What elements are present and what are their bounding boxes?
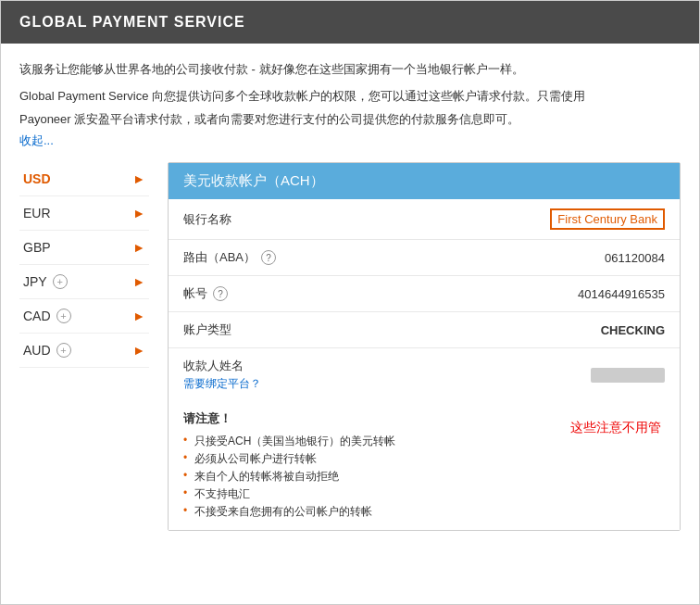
plus-icon-aud: + <box>56 343 71 358</box>
note-item-3: 不支持电汇 <box>183 485 665 503</box>
sidebar-label-gbp: GBP <box>23 240 51 255</box>
sidebar-item-eur[interactable]: EUR ► <box>19 196 149 231</box>
account-label-text: 帐号 <box>183 285 207 302</box>
notes-list: 只接受ACH（美国当地银行）的美元转帐 必须从公司帐户进行转帐 来自个人的转帐将… <box>183 433 665 521</box>
account-card-header: 美元收款帐户（ACH） <box>169 163 680 199</box>
routing-row: 路由（ABA） ? 061120084 <box>169 240 680 276</box>
account-help-icon[interactable]: ? <box>213 286 228 301</box>
collapse-link[interactable]: 收起... <box>19 132 54 149</box>
main-panel: 美元收款帐户（ACH） 银行名称 First Century Bank <box>168 162 681 531</box>
plus-icon-jpy: + <box>53 274 68 289</box>
sidebar-label-eur: EUR <box>23 206 51 221</box>
intro-line2: Global Payment Service 向您提供访问多个全球收款帐户的权限… <box>19 87 681 107</box>
account-number-value: 4014644916535 <box>424 276 680 312</box>
sidebar-label-cad: CAD + <box>23 309 71 323</box>
recipient-row: 收款人姓名 需要绑定平台？ <box>169 348 680 402</box>
arrow-icon-jpy: ► <box>132 274 145 289</box>
account-number-label-cell: 帐号 ? <box>169 276 424 312</box>
page-wrapper: GLOBAL PAYMENT SERVICE 该服务让您能够从世界各地的公司接收… <box>0 0 700 605</box>
sidebar-item-jpy[interactable]: JPY + ► <box>19 265 149 299</box>
notes-section: 请注意！ 只接受ACH（美国当地银行）的美元转帐 必须从公司帐户进行转帐 来自个… <box>169 401 680 530</box>
sidebar-label-jpy: JPY + <box>23 274 68 289</box>
account-type-value: CHECKING <box>424 312 680 348</box>
bind-platform-link[interactable]: 需要绑定平台？ <box>183 377 261 390</box>
recipient-label-cell: 收款人姓名 需要绑定平台？ <box>169 348 424 402</box>
sidebar-item-aud[interactable]: AUD + ► <box>19 334 149 368</box>
recipient-value-cell <box>424 348 680 402</box>
recipient-value-placeholder <box>591 368 665 383</box>
recipient-label-text: 收款人姓名 <box>183 358 409 374</box>
arrow-icon-usd: ► <box>132 171 145 186</box>
note-item-4: 不接受来自您拥有的公司帐户的转帐 <box>183 503 665 521</box>
sidebar-item-usd[interactable]: USD ► <box>19 162 149 196</box>
page-content: 该服务让您能够从世界各地的公司接收付款 - 就好像您在这些国家拥有一个当地银行帐… <box>1 44 699 548</box>
bank-name-label: 银行名称 <box>169 199 424 240</box>
account-table: 银行名称 First Century Bank 路由（ABA） <box>169 199 680 401</box>
page-title: GLOBAL PAYMENT SERVICE <box>19 14 245 30</box>
sidebar: USD ► EUR ► GBP ► JPY + ► <box>19 162 149 531</box>
routing-label-wrap: 路由（ABA） ? <box>183 249 409 266</box>
bank-name-value-cell: First Century Bank <box>424 199 680 240</box>
bank-name-row: 银行名称 First Century Bank <box>169 199 680 240</box>
sidebar-item-gbp[interactable]: GBP ► <box>19 231 149 265</box>
intro-line3: Payoneer 派安盈平台请求付款，或者向需要对您进行支付的公司提供您的付款服… <box>19 110 681 130</box>
red-annotation: 这些注意不用管 <box>570 420 661 436</box>
note-item-1: 必须从公司帐户进行转帐 <box>183 450 665 468</box>
arrow-icon-cad: ► <box>132 309 145 323</box>
account-card: 美元收款帐户（ACH） 银行名称 First Century Bank <box>168 162 681 531</box>
note-item-2: 来自个人的转帐将被自动拒绝 <box>183 468 665 485</box>
arrow-icon-gbp: ► <box>132 240 145 255</box>
account-label-wrap: 帐号 ? <box>183 285 409 302</box>
sidebar-label-aud: AUD + <box>23 343 71 358</box>
sidebar-label-usd: USD <box>23 171 51 186</box>
routing-label-cell: 路由（ABA） ? <box>169 240 424 276</box>
bank-name-value: First Century Bank <box>550 208 665 230</box>
plus-icon-cad: + <box>56 309 71 323</box>
account-number-row: 帐号 ? 4014644916535 <box>169 276 680 312</box>
sidebar-item-cad[interactable]: CAD + ► <box>19 299 149 334</box>
arrow-icon-aud: ► <box>132 343 145 358</box>
account-type-row: 账户类型 CHECKING <box>169 312 680 348</box>
routing-help-icon[interactable]: ? <box>261 250 276 265</box>
routing-label-text: 路由（ABA） <box>183 249 256 266</box>
intro-line1: 该服务让您能够从世界各地的公司接收付款 - 就好像您在这些国家拥有一个当地银行帐… <box>19 60 681 80</box>
arrow-icon-eur: ► <box>132 206 145 221</box>
account-type-label: 账户类型 <box>169 312 424 348</box>
page-header: GLOBAL PAYMENT SERVICE <box>1 1 699 44</box>
main-area: USD ► EUR ► GBP ► JPY + ► <box>19 162 681 531</box>
routing-value: 061120084 <box>424 240 680 276</box>
